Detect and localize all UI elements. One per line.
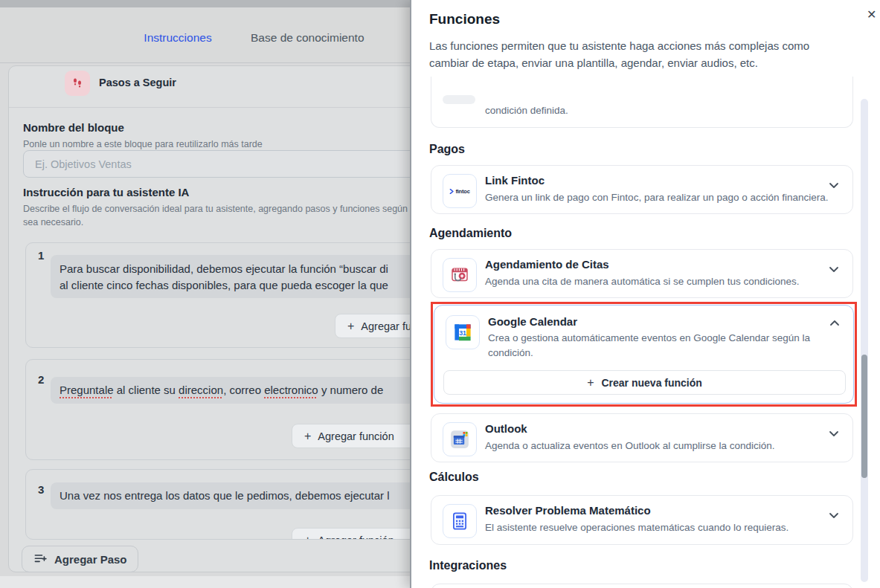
- function-title: Google Calendar: [488, 315, 577, 328]
- function-card-agendamiento-citas[interactable]: Agendamiento de Citas Agenda una cita de…: [431, 249, 853, 298]
- drawer-description: Las funciones permiten que tu asistente …: [429, 38, 831, 71]
- misspelled-word: Preguntale: [60, 384, 114, 396]
- scrollbar-track[interactable]: [861, 99, 868, 582]
- step-text: y numero de: [318, 384, 384, 396]
- chevron-down-icon[interactable]: [827, 508, 841, 525]
- chevron-down-icon[interactable]: [827, 262, 841, 279]
- steps-section-title: Pasos a Seguir: [99, 77, 176, 88]
- google-calendar-icon: 31: [446, 315, 480, 349]
- step-text: , correo: [223, 384, 264, 396]
- plus-icon: +: [587, 376, 594, 390]
- drawer-title: Funciones: [429, 11, 500, 28]
- function-description: Agenda o actualiza eventos en Outlook al…: [485, 439, 835, 453]
- add-function-label: Agregar función: [318, 430, 394, 442]
- medical-calendar-icon: [443, 258, 477, 292]
- function-description: El asistente resuelve operaciones matemá…: [485, 520, 835, 535]
- chevron-down-icon[interactable]: [827, 178, 841, 195]
- step-number: 2: [38, 373, 44, 386]
- function-description: Crea o gestiona automáticamente eventos …: [488, 331, 824, 360]
- add-function-label: Agregar función: [318, 534, 394, 540]
- app-window: Instrucciones Base de conocimiento Pasos…: [0, 0, 880, 588]
- function-title: Agendamiento de Citas: [485, 258, 609, 271]
- block-name-hint: Ponle un nombre a este bloque para reuti…: [23, 138, 263, 151]
- functions-drawer: Funciones Las funciones permiten que tu …: [410, 0, 880, 588]
- section-pagos: Pagos: [429, 143, 465, 156]
- tab-instrucciones[interactable]: Instrucciones: [123, 31, 232, 45]
- add-step-button[interactable]: Agregar Paso: [22, 546, 138, 572]
- chevron-up-icon[interactable]: [828, 317, 841, 333]
- section-calculos: Cálculos: [429, 471, 479, 484]
- add-step-label: Agregar Paso: [54, 553, 127, 566]
- function-card-resolver-problema[interactable]: Resolver Problema Matemático El asistent…: [431, 495, 853, 545]
- plus-icon: +: [304, 430, 311, 443]
- fintoc-icon: fintoc: [443, 174, 477, 208]
- outlook-icon: [443, 422, 477, 456]
- instruction-hint: Describe el flujo de conversación ideal …: [23, 202, 410, 229]
- footprints-icon: [65, 71, 90, 96]
- function-description: Agenda una cita de manera automática si …: [485, 274, 835, 289]
- plus-icon: +: [304, 534, 311, 540]
- chevron-down-icon[interactable]: [827, 427, 841, 443]
- tab-base-de-conocimiento[interactable]: Base de conocimiento: [251, 31, 364, 45]
- step-number: 1: [38, 249, 44, 262]
- function-title: Resolver Problema Matemático: [485, 504, 651, 517]
- block-name-label: Nombre del bloque: [23, 121, 124, 134]
- gcal-31-label: 31: [459, 329, 466, 337]
- function-description: Genera un link de pago con Fintoc, para …: [485, 190, 835, 205]
- instruction-label: Instrucción para tu asistente IA: [23, 186, 189, 198]
- step-number: 3: [38, 483, 44, 496]
- function-card-outlook[interactable]: Outlook Agenda o actualiza eventos en Ou…: [431, 413, 853, 462]
- function-title: Outlook: [485, 422, 527, 435]
- function-title: Link Fintoc: [485, 174, 545, 187]
- calculator-icon: [443, 504, 477, 538]
- list-plus-icon: [33, 552, 48, 566]
- section-agendamiento: Agendamiento: [429, 227, 512, 240]
- create-new-function-label: Crear nueva función: [601, 377, 701, 389]
- partial-description: condición definida.: [485, 105, 568, 116]
- close-icon[interactable]: ✕: [864, 4, 879, 25]
- function-card-partial-bottom[interactable]: [431, 584, 853, 588]
- plus-icon: +: [347, 320, 354, 333]
- scrollbar-thumb[interactable]: [861, 355, 867, 478]
- faded-function-icon: [443, 95, 475, 104]
- function-card-partial[interactable]: condición definida.: [431, 77, 853, 128]
- step-text: al cliente su: [114, 384, 179, 396]
- step-text: Una vez nos entrega los datos que le ped…: [60, 489, 390, 502]
- function-card-google-calendar[interactable]: 31 Google Calendar Crea o gestiona autom…: [434, 305, 854, 404]
- misspelled-word: electronico: [264, 384, 318, 396]
- section-integraciones: Integraciones: [429, 559, 507, 572]
- fintoc-logo-text: fintoc: [455, 188, 469, 195]
- misspelled-word: direccion: [179, 384, 223, 396]
- create-new-function-button[interactable]: + Crear nueva función: [443, 370, 846, 395]
- function-card-link-fintoc[interactable]: fintoc Link Fintoc Genera un link de pag…: [431, 165, 853, 214]
